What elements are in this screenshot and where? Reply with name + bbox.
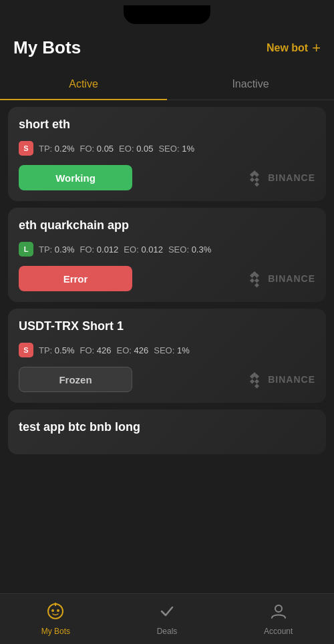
binance-logo-3: BINANCE bbox=[245, 370, 315, 389]
svg-point-22 bbox=[55, 603, 57, 605]
binance-text-1: BINANCE bbox=[268, 172, 315, 183]
binance-text-3: BINANCE bbox=[268, 374, 315, 385]
bot-status-btn-2[interactable]: Error bbox=[19, 266, 132, 291]
bot-footer-1: Working BINANCE bbox=[19, 165, 315, 190]
page-title: My Bots bbox=[13, 37, 81, 58]
svg-point-19 bbox=[51, 609, 54, 612]
svg-point-20 bbox=[57, 609, 59, 612]
nav-item-account[interactable]: Account bbox=[222, 597, 334, 641]
bot-param-seo-2: SEO: 0.3% bbox=[168, 245, 211, 255]
nav-label-account: Account bbox=[264, 627, 293, 636]
bot-card-2[interactable]: eth quarkchain app L TP: 0.3% FO: 0.012 … bbox=[8, 208, 326, 302]
bot-param-fo-3: FO: 426 bbox=[80, 345, 112, 355]
new-bot-button[interactable]: New bot + bbox=[267, 39, 321, 57]
bot-param-eo-1: EO: 0.05 bbox=[119, 144, 153, 154]
bot-card-3[interactable]: USDT-TRX Short 1 S TP: 0.5% FO: 426 EO: … bbox=[8, 309, 326, 403]
notch bbox=[124, 5, 210, 24]
bot-params-2: L TP: 0.3% FO: 0.012 EO: 0.012 SEO: 0.3% bbox=[19, 242, 315, 257]
bot-footer-3: Frozen BINANCE bbox=[19, 367, 315, 392]
tabs-container: Active Inactive bbox=[0, 69, 334, 100]
bot-card-4[interactable]: test app btc bnb long bbox=[8, 410, 326, 454]
bot-type-badge-2: L bbox=[19, 242, 33, 257]
bot-param-fo-2: FO: 0.012 bbox=[80, 245, 119, 255]
header: My Bots New bot + bbox=[0, 29, 334, 69]
bot-param-tp-3: TP: 0.5% bbox=[39, 345, 75, 355]
nav-item-deals[interactable]: Deals bbox=[112, 597, 223, 641]
bot-status-btn-3[interactable]: Frozen bbox=[19, 367, 132, 392]
bot-param-fo-1: FO: 0.05 bbox=[80, 144, 114, 154]
bot-param-seo-1: SEO: 1% bbox=[158, 144, 194, 154]
bot-param-tp-2: TP: 0.3% bbox=[39, 245, 75, 255]
nav-label-my-bots: My Bots bbox=[41, 627, 70, 636]
bot-params-3: S TP: 0.5% FO: 426 EO: 426 SEO: 1% bbox=[19, 343, 315, 357]
bottom-nav: My Bots Deals Account bbox=[0, 593, 334, 644]
nav-item-my-bots[interactable]: My Bots bbox=[0, 597, 112, 641]
bot-name-1: short eth bbox=[19, 118, 315, 132]
phone-shell: My Bots New bot + Active Inactive short … bbox=[0, 0, 334, 644]
bot-name-3: USDT-TRX Short 1 bbox=[19, 319, 315, 333]
bot-param-tp-1: TP: 0.2% bbox=[39, 144, 75, 154]
svg-point-23 bbox=[275, 605, 282, 612]
svg-marker-3 bbox=[255, 178, 259, 182]
svg-point-18 bbox=[48, 604, 63, 619]
new-bot-plus-icon: + bbox=[312, 39, 321, 57]
check-icon bbox=[158, 603, 176, 624]
svg-marker-10 bbox=[250, 279, 255, 283]
svg-marker-17 bbox=[255, 384, 259, 389]
status-bar bbox=[0, 0, 334, 29]
bots-list: short eth S TP: 0.2% FO: 0.05 EO: 0.05 S… bbox=[0, 100, 334, 518]
svg-marker-4 bbox=[250, 178, 255, 182]
bot-status-btn-1[interactable]: Working bbox=[19, 165, 132, 190]
bot-name-4: test app btc bnb long bbox=[19, 420, 315, 434]
binance-logo-1: BINANCE bbox=[245, 168, 315, 187]
binance-logo-2: BINANCE bbox=[245, 269, 315, 288]
bot-param-eo-3: EO: 426 bbox=[117, 345, 149, 355]
tab-active[interactable]: Active bbox=[0, 69, 167, 100]
svg-marker-15 bbox=[255, 379, 259, 384]
bot-params-1: S TP: 0.2% FO: 0.05 EO: 0.05 SEO: 1% bbox=[19, 141, 315, 156]
svg-marker-9 bbox=[255, 279, 259, 283]
svg-marker-11 bbox=[255, 283, 259, 288]
bot-footer-2: Error BINANCE bbox=[19, 266, 315, 291]
binance-text-2: BINANCE bbox=[268, 273, 315, 284]
nav-label-deals: Deals bbox=[157, 627, 178, 636]
person-icon bbox=[270, 603, 287, 624]
robot-icon bbox=[47, 603, 64, 624]
bot-param-seo-3: SEO: 1% bbox=[154, 345, 190, 355]
bot-param-eo-2: EO: 0.012 bbox=[124, 245, 163, 255]
bot-type-badge-1: S bbox=[19, 141, 33, 156]
new-bot-label: New bot bbox=[267, 42, 308, 54]
svg-marker-5 bbox=[255, 182, 259, 187]
svg-marker-16 bbox=[250, 379, 255, 384]
bot-card-1[interactable]: short eth S TP: 0.2% FO: 0.05 EO: 0.05 S… bbox=[8, 107, 326, 201]
bot-name-2: eth quarkchain app bbox=[19, 218, 315, 232]
bot-type-badge-3: S bbox=[19, 343, 33, 357]
tab-inactive[interactable]: Inactive bbox=[167, 69, 334, 100]
